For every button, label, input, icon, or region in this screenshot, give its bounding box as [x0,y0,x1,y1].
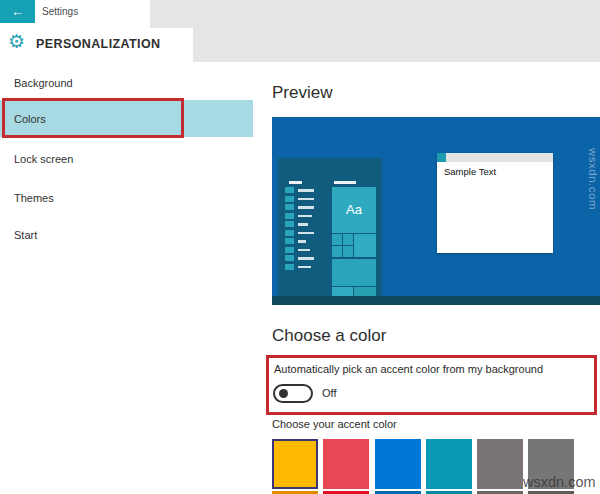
menu-row-square [285,187,294,193]
menu-row-square [285,196,294,202]
sample-window: Sample Text [437,153,553,253]
mini-tile [343,234,353,245]
page-background-gray [150,0,600,28]
auto-accent-label: Automatically pick an accent color from … [274,363,543,375]
page-background-gray [193,28,600,62]
accent-swatch-teal[interactable] [426,439,472,489]
menu-row-square [285,255,294,261]
toggle-state-label: Off [322,387,336,399]
sidebar-item-colors[interactable]: Colors [14,112,46,126]
choose-color-heading: Choose a color [272,326,386,346]
toggle-knob-icon [279,389,288,398]
accent-picker-label: Choose your accent color [272,418,397,430]
mini-tile [343,246,353,257]
wide-tile [332,259,376,286]
back-button[interactable]: ← [0,0,35,23]
back-arrow-icon: ← [11,4,24,19]
tile-group-line [334,181,356,184]
watermark-bottom: wsxdn.com [523,474,596,490]
preview-taskbar [272,296,600,305]
menu-row-line [298,232,314,235]
accent-swatch-gray[interactable] [477,439,523,489]
menu-row-line [298,206,314,209]
sidebar-item-background[interactable]: Background [14,76,73,90]
watermark-vertical: wsxdn.com [587,148,599,210]
tile [354,234,376,257]
menu-row-square [285,247,294,253]
menu-row-line [298,240,306,243]
preview-heading: Preview [272,83,332,103]
menu-row-line [298,198,314,201]
menu-row-line [298,249,310,252]
accent-swatch-blue[interactable] [375,439,421,489]
menu-row-line [298,257,314,260]
auto-accent-toggle[interactable] [273,384,313,403]
accent-swatch-gold[interactable] [272,439,318,489]
menu-row-line [298,189,314,192]
menu-row-square [285,213,294,219]
menu-row-line [298,223,308,226]
menu-header-line [289,181,302,184]
sample-window-icon [437,153,446,162]
sidebar-item-start[interactable]: Start [14,228,37,242]
menu-row-line [298,266,311,269]
preview-image: Aa Sample Text wsxdn.com [272,117,600,305]
sidebar-item-lock-screen[interactable]: Lock screen [14,152,73,166]
menu-row-square [285,264,294,270]
app-title: Settings [42,6,78,17]
aa-tile: Aa [332,187,376,233]
menu-row-square [285,204,294,210]
sidebar-item-themes[interactable]: Themes [14,191,54,205]
menu-row-line [298,215,312,218]
settings-window: ← Settings ⚙ PERSONALIZATION Background … [0,0,600,494]
gear-icon: ⚙ [8,31,25,53]
menu-row-square [285,230,294,236]
mini-tile [332,246,342,257]
sample-window-titlebar [437,153,553,162]
mini-tile [332,234,342,245]
sample-window-title: Sample Text [444,166,496,177]
accent-swatch-red[interactable] [323,439,369,489]
page-title: PERSONALIZATION [36,37,161,51]
menu-row-square [285,221,294,227]
menu-row-square [285,238,294,244]
